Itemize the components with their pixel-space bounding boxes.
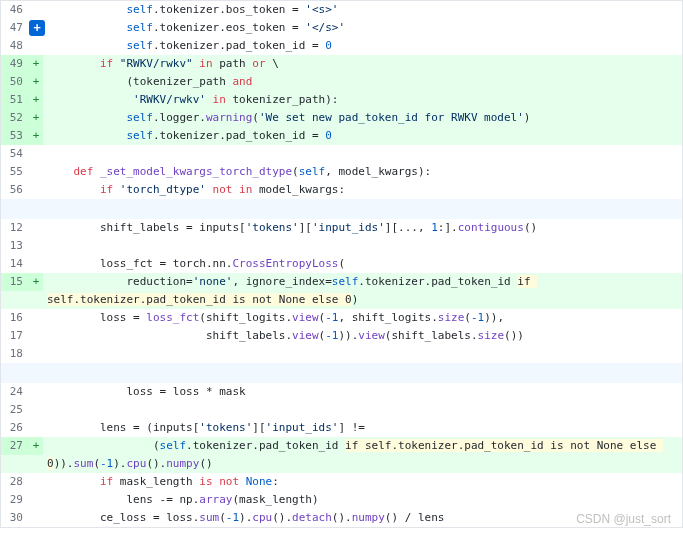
line-number: 29 (1, 491, 29, 509)
line-number: 55 (1, 163, 29, 181)
line-number: 30 (1, 509, 29, 527)
line-number: 26 (1, 419, 29, 437)
line-number: 51 (1, 91, 29, 109)
code-line: 25 (1, 401, 682, 419)
code-content[interactable]: self.tokenizer.eos_token = '</s>' (43, 19, 682, 37)
line-number: 15 (1, 273, 29, 291)
code-line: 29 lens -= np.array(mask_length) (1, 491, 682, 509)
code-content[interactable]: lens -= np.array(mask_length) (43, 491, 682, 509)
code-line: 53+ self.tokenizer.pad_token_id = 0 (1, 127, 682, 145)
diff-marker: + (29, 73, 43, 91)
code-line: 17 shift_labels.view(-1)).view(shift_lab… (1, 327, 682, 345)
code-content[interactable]: shift_labels.view(-1)).view(shift_labels… (43, 327, 682, 345)
code-content[interactable]: if mask_length is not None: (43, 473, 682, 491)
code-content[interactable]: loss = loss * mask (43, 383, 682, 401)
line-number: 56 (1, 181, 29, 199)
line-number: 47+ (1, 19, 29, 37)
diff-marker: + (29, 91, 43, 109)
code-line: 51+ 'RWKV/rwkv' in tokenizer_path): (1, 91, 682, 109)
line-number: 48 (1, 37, 29, 55)
code-content[interactable]: reduction='none', ignore_index=self.toke… (43, 273, 682, 309)
code-line: 12 shift_labels = inputs['tokens']['inpu… (1, 219, 682, 237)
hunk-separator (1, 363, 682, 383)
line-number: 50 (1, 73, 29, 91)
code-content[interactable]: def _set_model_kwargs_torch_dtype(self, … (43, 163, 682, 181)
code-line: 13 (1, 237, 682, 255)
diff-marker: + (29, 127, 43, 145)
line-number: 25 (1, 401, 29, 419)
line-number: 46 (1, 1, 29, 19)
code-line: 50+ (tokenizer_path and (1, 73, 682, 91)
line-number: 13 (1, 237, 29, 255)
code-line: 27+ (self.tokenizer.pad_token_id if self… (1, 437, 682, 473)
code-content[interactable]: lens = (inputs['tokens']['input_ids'] != (43, 419, 682, 437)
line-number: 12 (1, 219, 29, 237)
code-line: 16 loss = loss_fct(shift_logits.view(-1,… (1, 309, 682, 327)
line-number: 28 (1, 473, 29, 491)
diff-marker: + (29, 437, 43, 455)
code-line: 55 def _set_model_kwargs_torch_dtype(sel… (1, 163, 682, 181)
code-content[interactable]: (tokenizer_path and (43, 73, 682, 91)
code-content[interactable]: if "RWKV/rwkv" in path or \ (43, 55, 682, 73)
watermark: CSDN @just_sort (576, 512, 671, 526)
code-line: 49+ if "RWKV/rwkv" in path or \ (1, 55, 682, 73)
code-line: 48 self.tokenizer.pad_token_id = 0 (1, 37, 682, 55)
code-content[interactable]: loss = loss_fct(shift_logits.view(-1, sh… (43, 309, 682, 327)
code-content[interactable]: self.tokenizer.pad_token_id = 0 (43, 127, 682, 145)
code-content[interactable]: shift_labels = inputs['tokens']['input_i… (43, 219, 682, 237)
code-line: 24 loss = loss * mask (1, 383, 682, 401)
code-line: 54 (1, 145, 682, 163)
line-number: 17 (1, 327, 29, 345)
code-line: 15+ reduction='none', ignore_index=self.… (1, 273, 682, 309)
line-number: 14 (1, 255, 29, 273)
line-number: 53 (1, 127, 29, 145)
add-comment-button[interactable]: + (29, 20, 45, 36)
line-number: 18 (1, 345, 29, 363)
line-number: 24 (1, 383, 29, 401)
code-content[interactable]: if 'torch_dtype' not in model_kwargs: (43, 181, 682, 199)
line-number: 54 (1, 145, 29, 163)
line-number: 52 (1, 109, 29, 127)
line-number: 27 (1, 437, 29, 455)
diff-marker: + (29, 55, 43, 73)
code-content[interactable]: self.tokenizer.bos_token = '<s>' (43, 1, 682, 19)
line-number: 49 (1, 55, 29, 73)
code-line: 47+ self.tokenizer.eos_token = '</s>' (1, 19, 682, 37)
hunk-separator (1, 199, 682, 219)
code-content[interactable]: 'RWKV/rwkv' in tokenizer_path): (43, 91, 682, 109)
diff-marker: + (29, 109, 43, 127)
code-content[interactable]: loss_fct = torch.nn.CrossEntropyLoss( (43, 255, 682, 273)
diff-marker: + (29, 273, 43, 291)
code-line: 28 if mask_length is not None: (1, 473, 682, 491)
code-line: 14 loss_fct = torch.nn.CrossEntropyLoss( (1, 255, 682, 273)
code-line: 56 if 'torch_dtype' not in model_kwargs: (1, 181, 682, 199)
code-content[interactable]: (self.tokenizer.pad_token_id if self.tok… (43, 437, 682, 473)
line-number: 16 (1, 309, 29, 327)
code-line: 52+ self.logger.warning('We set new pad_… (1, 109, 682, 127)
code-content[interactable]: self.logger.warning('We set new pad_toke… (43, 109, 682, 127)
code-line: 18 (1, 345, 682, 363)
code-content[interactable]: self.tokenizer.pad_token_id = 0 (43, 37, 682, 55)
code-line: 46 self.tokenizer.bos_token = '<s>' (1, 1, 682, 19)
diff-view: 46 self.tokenizer.bos_token = '<s>'47+ s… (0, 0, 683, 528)
code-line: 26 lens = (inputs['tokens']['input_ids']… (1, 419, 682, 437)
